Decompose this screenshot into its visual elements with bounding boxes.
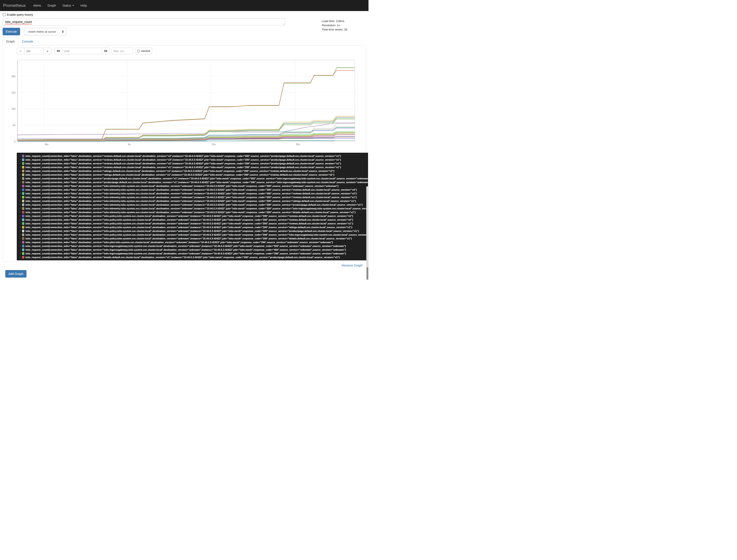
plot-border [17, 60, 355, 141]
brand-prometheus[interactable]: Prometheus [3, 3, 26, 8]
nav-item-status[interactable]: Status [62, 4, 74, 7]
series-label: istio_request_count{connection_mtls="fal… [25, 185, 339, 187]
rewind-button[interactable] [54, 48, 62, 54]
range-increase-button[interactable]: + [44, 48, 51, 54]
main-content: Enable query history Load time: 118ms Re… [3, 13, 366, 278]
total-time-series: Total time series: 28 [322, 27, 347, 32]
series-color-swatch [22, 241, 24, 244]
legend-item[interactable]: ✔istio_request_count{connection_mtls="fa… [19, 214, 368, 218]
check-icon: ✔ [19, 166, 21, 169]
legend-item[interactable]: ✔istio_request_count{connection_mtls="fa… [19, 222, 368, 225]
time-series-chart[interactable]: 05010015020045s0s15s30s [3, 59, 361, 146]
query-stats: Load time: 118ms Resolution: 1s Total ti… [322, 19, 347, 32]
series-label: istio_request_count{connection_mtls="fal… [25, 155, 341, 157]
nav-item-graph[interactable]: Graph [47, 4, 56, 7]
legend-item[interactable]: ✔istio_request_count{connection_mtls="fa… [19, 177, 368, 180]
legend-item[interactable]: ✔istio_request_count{connection_mtls="fa… [19, 255, 368, 259]
series-line [17, 68, 355, 140]
nav-item-alerts[interactable]: Alerts [33, 4, 41, 7]
forward-button[interactable] [102, 48, 110, 54]
series-label: istio_request_count{connection_mtls="fal… [25, 222, 353, 225]
scrollbar-thumb[interactable] [367, 267, 368, 280]
series-label: istio_request_count{connection_mtls="fal… [25, 162, 341, 165]
legend-item[interactable]: ✔istio_request_count{connection_mtls="fa… [19, 203, 368, 207]
tab-console[interactable]: Console [18, 38, 37, 45]
nav-item-label: Status [62, 4, 71, 7]
resolution-input[interactable] [112, 48, 133, 54]
legend-item[interactable]: ✔istio_request_count{connection_mtls="fa… [19, 195, 368, 199]
check-icon: ✔ [19, 226, 21, 229]
chevron-down-icon [72, 5, 74, 6]
series-color-swatch [22, 226, 24, 229]
x-tick-label: 45s [45, 143, 49, 146]
legend-item[interactable]: ✔istio_request_count{connection_mtls="fa… [19, 210, 368, 214]
vertical-scrollbar[interactable] [366, 186, 368, 280]
series-line [17, 68, 355, 140]
execute-button[interactable]: Execute [3, 28, 20, 35]
series-color-swatch [22, 192, 24, 195]
series-color-swatch [22, 188, 24, 191]
legend-item[interactable]: ✔istio_request_count{connection_mtls="fa… [19, 184, 368, 188]
check-icon: ✔ [19, 244, 21, 247]
series-color-swatch [22, 177, 24, 180]
query-input[interactable]: istio_request_count [3, 18, 285, 26]
legend-item[interactable]: ✔istio_request_count{connection_mtls="fa… [19, 207, 368, 210]
add-graph-button[interactable]: Add Graph [5, 270, 26, 278]
legend-item[interactable]: ✔istio_request_count{connection_mtls="fa… [19, 165, 368, 169]
insert-metric-select[interactable]: - insert metric at cursor - [24, 28, 66, 35]
until-input-group [54, 48, 110, 54]
legend-item[interactable]: ✔istio_request_count{connection_mtls="fa… [19, 162, 368, 165]
legend-item[interactable]: ✔istio_request_count{connection_mtls="fa… [19, 248, 368, 252]
resize-handle-icon[interactable] [282, 23, 285, 25]
range-decrease-button[interactable]: − [17, 48, 24, 54]
range-input[interactable] [24, 48, 44, 54]
legend-item[interactable]: ✔istio_request_count{connection_mtls="fa… [19, 237, 368, 240]
stacked-toggle[interactable]: stacked [135, 48, 152, 54]
nav-item-help[interactable]: Help [81, 4, 87, 7]
legend-item[interactable]: ✔istio_request_count{connection_mtls="fa… [19, 252, 368, 255]
series-color-swatch [22, 218, 24, 221]
legend-item[interactable]: ✔istio_request_count{connection_mtls="fa… [19, 180, 368, 184]
series-color-swatch [22, 158, 24, 161]
series-line [17, 123, 355, 135]
stacked-checkbox[interactable] [137, 50, 140, 52]
check-icon: ✔ [19, 218, 21, 221]
series-label: istio_request_count{connection_mtls="fal… [25, 181, 368, 184]
legend-item[interactable]: ✔istio_request_count{connection_mtls="fa… [19, 158, 368, 162]
series-label: istio_request_count{connection_mtls="fal… [25, 192, 357, 195]
series-label: istio_request_count{connection_mtls="fal… [25, 233, 368, 236]
legend-item[interactable]: ✔istio_request_count{connection_mtls="fa… [19, 244, 368, 248]
series-color-swatch [22, 200, 24, 202]
legend-item[interactable]: ✔istio_request_count{connection_mtls="fa… [19, 229, 368, 233]
legend-item[interactable]: ✔istio_request_count{connection_mtls="fa… [19, 199, 368, 203]
legend-item[interactable]: ✔istio_request_count{connection_mtls="fa… [19, 225, 368, 229]
x-tick-label: 30s [296, 143, 300, 146]
legend-item[interactable]: ✔istio_request_count{connection_mtls="fa… [19, 169, 368, 173]
series-label: istio_request_count{connection_mtls="fal… [25, 207, 368, 210]
series-color-swatch [22, 166, 24, 169]
x-tick-label: 0s [128, 143, 131, 146]
until-input[interactable] [62, 48, 102, 54]
legend-item[interactable]: ✔istio_request_count{connection_mtls="fa… [19, 173, 368, 177]
y-tick-label: 100 [11, 107, 15, 110]
check-icon: ✔ [19, 154, 21, 157]
legend-item[interactable]: ✔istio_request_count{connection_mtls="fa… [19, 233, 368, 237]
graph-panel: − + stacked 050100150 [3, 48, 366, 262]
remove-graph-link[interactable]: Remove Graph [342, 264, 363, 267]
x-tick-label: 15s [212, 143, 216, 146]
series-legend: ✔istio_request_count{connection_mtls="fa… [17, 153, 368, 260]
query-history-label: Enable query history [7, 13, 33, 16]
legend-item[interactable]: ✔istio_request_count{connection_mtls="fa… [19, 240, 368, 244]
check-icon: ✔ [19, 184, 21, 187]
legend-item[interactable]: ✔istio_request_count{connection_mtls="fa… [19, 188, 368, 192]
series-color-swatch [22, 230, 24, 232]
query-history-checkbox[interactable] [3, 13, 6, 16]
legend-item[interactable]: ✔istio_request_count{connection_mtls="fa… [19, 192, 368, 195]
check-icon: ✔ [19, 196, 21, 199]
series-label: istio_request_count{connection_mtls="fal… [25, 226, 352, 229]
check-icon: ✔ [19, 241, 21, 244]
series-color-swatch [22, 185, 24, 187]
legend-item[interactable]: ✔istio_request_count{connection_mtls="fa… [19, 154, 368, 158]
tab-graph[interactable]: Graph [3, 38, 18, 45]
legend-item[interactable]: ✔istio_request_count{connection_mtls="fa… [19, 218, 368, 222]
